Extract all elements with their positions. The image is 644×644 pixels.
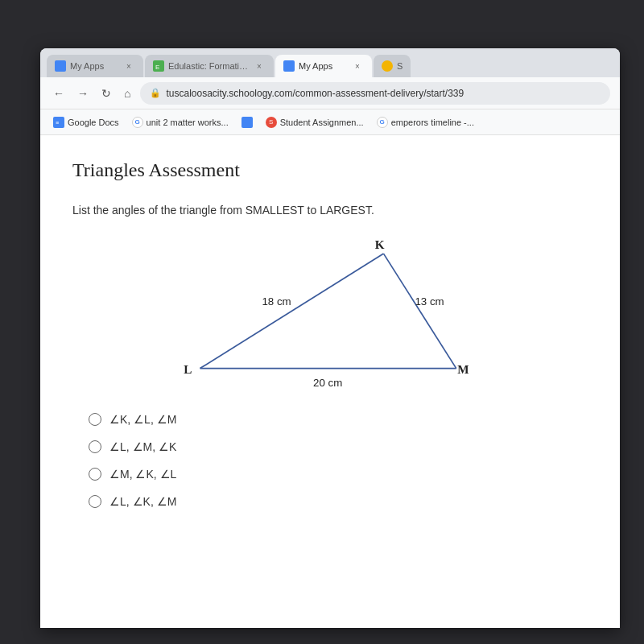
tab-favicon-s: [382, 60, 393, 72]
tab-edulastic[interactable]: E Edulastic: Formative an ×: [145, 55, 274, 77]
svg-point-0: [56, 62, 64, 70]
tab-favicon-edu: E: [153, 60, 164, 72]
option-2-text: ∠L, ∠M, ∠K: [109, 440, 176, 453]
browser-window: My Apps × E Edulastic: Formative an × My…: [40, 48, 620, 628]
answer-options: ∠K, ∠L, ∠M ∠L, ∠M, ∠K ∠M, ∠K, ∠L ∠L, ∠K,…: [89, 413, 588, 508]
forward-button[interactable]: →: [74, 85, 92, 101]
option-3-text: ∠M, ∠K, ∠L: [109, 468, 176, 481]
svg-text:E: E: [155, 64, 159, 70]
bookmark-emperors[interactable]: G emperors timeline -...: [372, 114, 479, 130]
triangle-diagram: K L M 18 cm 13 cm 20 cm: [177, 236, 483, 397]
svg-text:13 cm: 13 cm: [415, 295, 444, 308]
radio-2[interactable]: [89, 440, 101, 453]
page-title: Triangles Assessment: [72, 159, 588, 181]
radio-4[interactable]: [89, 495, 101, 508]
address-bar: ← → ↻ ⌂ 🔒 tuscaloosacity.schoology.com/c…: [40, 77, 620, 109]
tab-close-3[interactable]: ×: [351, 60, 364, 72]
bookmark-favicon-docs2: [242, 117, 253, 128]
address-input[interactable]: 🔒 tuscaloosacity.schoology.com/common-as…: [140, 82, 610, 105]
option-3[interactable]: ∠M, ∠K, ∠L: [89, 468, 588, 481]
tab-close-1[interactable]: ×: [122, 60, 135, 72]
bookmark-favicon-google2: G: [377, 117, 388, 128]
tab-favicon-apps: [55, 60, 66, 72]
svg-point-2: [285, 62, 293, 70]
refresh-button[interactable]: ↻: [98, 85, 114, 101]
tab-bar: My Apps × E Edulastic: Formative an × My…: [40, 48, 620, 77]
address-text: tuscaloosacity.schoology.com/common-asse…: [166, 88, 464, 99]
svg-text:20 cm: 20 cm: [313, 377, 342, 389]
tab-label-my-apps-2: My Apps: [299, 61, 347, 71]
option-4-text: ∠L, ∠K, ∠M: [109, 495, 176, 508]
lock-icon: 🔒: [150, 88, 161, 98]
tab-my-apps-2[interactable]: My Apps ×: [275, 55, 372, 77]
option-1[interactable]: ∠K, ∠L, ∠M: [89, 413, 588, 426]
bookmark-favicon-schoology: S: [266, 117, 277, 128]
bookmark-docs2[interactable]: [237, 114, 258, 130]
tab-label-s: S: [397, 61, 402, 71]
bookmark-favicon-docs: ≡: [53, 117, 64, 128]
svg-text:K: K: [375, 237, 385, 251]
svg-text:L: L: [184, 362, 192, 376]
svg-text:≡: ≡: [56, 120, 59, 126]
bookmark-google-docs[interactable]: ≡ Google Docs: [48, 114, 124, 130]
question-text: List the angles of the triangle from SMA…: [72, 204, 588, 217]
bookmark-student[interactable]: S Student Assignmen...: [261, 114, 369, 130]
svg-line-5: [200, 254, 384, 369]
bookmark-unit2[interactable]: G unit 2 matter works...: [127, 114, 233, 130]
tab-favicon-apps2: [283, 60, 295, 72]
page-content: Triangles Assessment List the angles of …: [40, 135, 620, 628]
svg-text:18 cm: 18 cm: [262, 295, 291, 308]
tab-label-edulastic: Edulastic: Formative an: [168, 61, 249, 71]
bookmark-label-student: Student Assignmen...: [280, 118, 364, 127]
tab-close-2[interactable]: ×: [253, 60, 266, 72]
option-2[interactable]: ∠L, ∠M, ∠K: [89, 440, 588, 453]
bookmark-label-emperors: emperors timeline -...: [391, 118, 474, 127]
svg-text:M: M: [457, 362, 469, 376]
tab-label-my-apps-1: My Apps: [70, 61, 118, 71]
bookmarks-bar: ≡ Google Docs G unit 2 matter works... S…: [40, 109, 620, 135]
radio-1[interactable]: [89, 413, 101, 426]
bookmark-label-docs: Google Docs: [68, 118, 119, 127]
tab-my-apps-1[interactable]: My Apps ×: [47, 55, 143, 77]
tab-s[interactable]: S: [374, 55, 411, 77]
bookmark-favicon-google: G: [132, 117, 143, 128]
back-button[interactable]: ←: [50, 85, 68, 101]
bookmark-label-unit2: unit 2 matter works...: [147, 118, 229, 127]
option-4[interactable]: ∠L, ∠K, ∠M: [89, 495, 588, 508]
radio-3[interactable]: [89, 468, 101, 481]
home-button[interactable]: ⌂: [121, 85, 134, 101]
option-1-text: ∠K, ∠L, ∠M: [109, 413, 176, 426]
svg-line-6: [384, 254, 456, 369]
